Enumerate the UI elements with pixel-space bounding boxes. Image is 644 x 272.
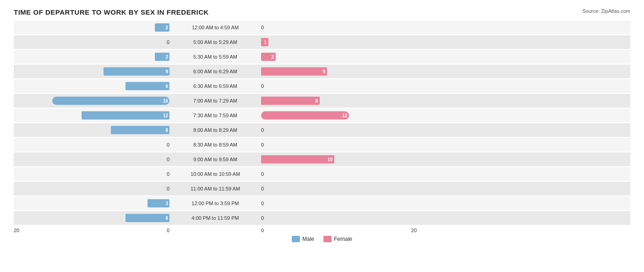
- male-bar: 9: [104, 67, 169, 76]
- male-bar: 6: [126, 82, 169, 90]
- right-section: 1: [261, 35, 417, 49]
- female-bar: 8: [261, 97, 320, 105]
- title-row: TIME OF DEPARTURE TO WORK BY SEX IN FRED…: [14, 8, 630, 16]
- right-section: 0: [261, 211, 417, 225]
- time-label: 11:00 AM to 11:59 AM: [169, 186, 261, 191]
- right-section: 8: [261, 94, 417, 108]
- left-section: 0: [14, 138, 169, 152]
- axis-label-left-start: 20: [14, 228, 19, 233]
- chart-area: 212:00 AM to 4:59 AM005:00 AM to 5:29 AM…: [14, 21, 630, 225]
- bar-row: 167:00 AM to 7:29 AM8: [14, 94, 630, 108]
- right-section: 0: [261, 123, 417, 137]
- right-section: 0: [261, 196, 417, 210]
- legend-female: Female: [323, 236, 352, 242]
- right-section: 2: [261, 50, 417, 64]
- right-section: 9: [261, 65, 417, 78]
- left-section: 0: [14, 152, 169, 166]
- chart-title: TIME OF DEPARTURE TO WORK BY SEX IN FRED…: [14, 8, 209, 16]
- female-zero-label: 0: [261, 142, 264, 147]
- bar-row: 127:30 AM to 7:59 AM12: [14, 109, 630, 122]
- right-section: 0: [261, 21, 417, 34]
- legend-male: Male: [292, 236, 314, 242]
- left-section: 8: [14, 123, 169, 137]
- female-zero-label: 0: [261, 83, 264, 89]
- female-bar-value: 12: [342, 113, 347, 118]
- female-bar: 10: [261, 155, 334, 163]
- female-bar: 12: [261, 111, 349, 120]
- legend-female-box: [323, 236, 332, 242]
- female-bar-value: 10: [327, 157, 333, 162]
- left-section: 9: [14, 65, 169, 78]
- bar-row: 96:00 AM to 6:29 AM9: [14, 65, 630, 78]
- right-section: 0: [261, 167, 417, 181]
- right-section: 0: [261, 182, 417, 196]
- axis-left: 20 0: [14, 228, 169, 233]
- female-bar: 1: [261, 38, 268, 46]
- axis-right: 0 20: [261, 228, 417, 233]
- left-section: 6: [14, 211, 169, 225]
- female-zero-label: 0: [261, 215, 264, 221]
- time-label: 6:00 AM to 6:29 AM: [169, 69, 261, 74]
- male-bar: 8: [111, 126, 169, 134]
- left-section: 2: [14, 21, 169, 34]
- bar-row: 09:00 AM to 9:59 AM10: [14, 152, 630, 166]
- left-section: 12: [14, 109, 169, 122]
- legend-male-box: [292, 236, 300, 242]
- legend-female-label: Female: [334, 236, 352, 242]
- axis-label-right-end: 20: [411, 228, 417, 233]
- male-bar: 3: [147, 199, 169, 207]
- bar-row: 08:30 AM to 8:59 AM0: [14, 138, 630, 152]
- bar-row: 66:30 AM to 6:59 AM0: [14, 79, 630, 93]
- female-zero-label: 0: [261, 201, 264, 206]
- left-section: 0: [14, 167, 169, 181]
- male-bar-value: 8: [165, 128, 168, 133]
- left-section: 0: [14, 35, 169, 49]
- right-section: 0: [261, 138, 417, 152]
- bar-row: 25:30 AM to 5:59 AM2: [14, 50, 630, 64]
- bar-row: 05:00 AM to 5:29 AM1: [14, 35, 630, 49]
- male-bar-value: 3: [165, 201, 168, 206]
- bar-row: 212:00 AM to 4:59 AM0: [14, 21, 630, 34]
- male-bar-value: 12: [163, 113, 168, 118]
- bar-row: 312:00 PM to 3:59 PM0: [14, 196, 630, 210]
- left-section: 16: [14, 94, 169, 108]
- male-bar-value: 2: [165, 25, 168, 30]
- female-zero-label: 0: [261, 25, 264, 30]
- time-label: 9:00 AM to 9:59 AM: [169, 157, 261, 162]
- left-section: 6: [14, 79, 169, 93]
- time-label: 5:00 AM to 5:29 AM: [169, 39, 261, 45]
- axis-row: 20 0 0 20: [14, 228, 630, 233]
- female-bar-value: 9: [322, 69, 325, 74]
- female-zero-label: 0: [261, 127, 264, 133]
- right-section: 0: [261, 79, 417, 93]
- male-bar-value: 16: [163, 98, 168, 103]
- time-label: 8:30 AM to 8:59 AM: [169, 142, 261, 147]
- female-zero-label: 0: [261, 186, 264, 191]
- time-label: 5:30 AM to 5:59 AM: [169, 54, 261, 60]
- male-bar-value: 2: [165, 54, 168, 60]
- time-label: 10:00 AM to 10:59 AM: [169, 171, 261, 177]
- bar-row: 88:00 AM to 8:29 AM0: [14, 123, 630, 137]
- right-section: 10: [261, 152, 417, 166]
- female-bar: 9: [261, 67, 327, 76]
- female-bar: 2: [261, 53, 276, 61]
- bar-row: 010:00 AM to 10:59 AM0: [14, 167, 630, 181]
- chart-container: TIME OF DEPARTURE TO WORK BY SEX IN FRED…: [0, 0, 644, 272]
- female-bar-value: 8: [315, 98, 318, 103]
- time-label: 4:00 PM to 11:59 PM: [169, 215, 261, 221]
- time-label: 12:00 AM to 4:59 AM: [169, 25, 261, 30]
- time-label: 6:30 AM to 6:59 AM: [169, 83, 261, 89]
- male-bar: 2: [155, 53, 169, 61]
- left-section: 2: [14, 50, 169, 64]
- source-text: Source: ZipAtlas.com: [582, 8, 630, 14]
- female-zero-label: 0: [261, 171, 264, 177]
- male-bar-value: 9: [165, 69, 168, 74]
- male-bar: 6: [126, 214, 169, 222]
- bar-row: 011:00 AM to 11:59 AM0: [14, 182, 630, 196]
- male-bar: 2: [155, 23, 169, 32]
- time-label: 7:30 AM to 7:59 AM: [169, 113, 261, 118]
- time-label: 7:00 AM to 7:29 AM: [169, 98, 261, 103]
- bar-row: 64:00 PM to 11:59 PM0: [14, 211, 630, 225]
- left-section: 0: [14, 182, 169, 196]
- male-bar-value: 6: [165, 216, 168, 221]
